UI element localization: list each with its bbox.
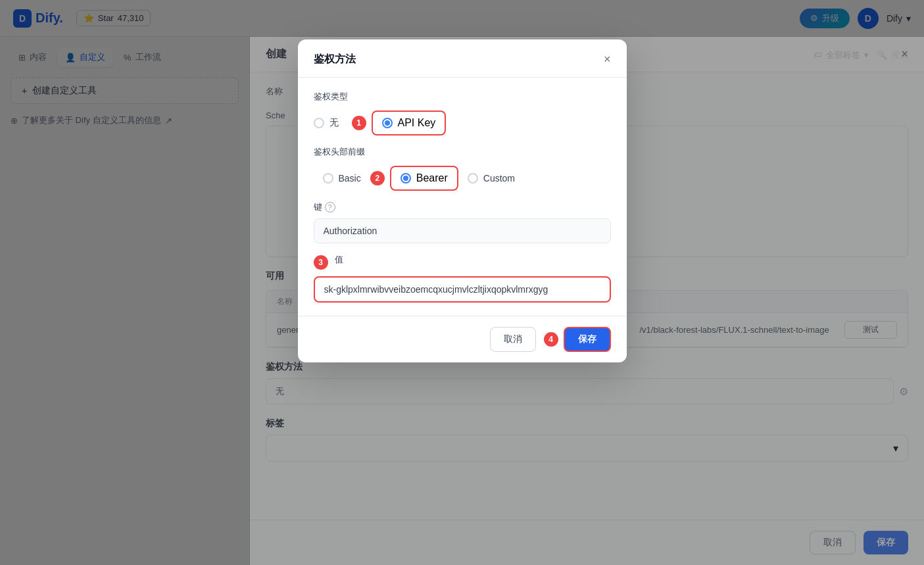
prefix-custom[interactable]: Custom [458,168,524,189]
radio-api-key-inner [385,120,390,126]
radio-basic-circle [323,173,333,184]
key-tooltip-icon: ? [325,202,335,212]
auth-modal-title: 鉴权方法 [314,53,356,66]
value-input[interactable] [314,276,611,303]
auth-save-button[interactable]: 保存 [564,327,611,352]
auth-type-api-key-boxed[interactable]: API Key [372,111,447,135]
header-prefix-label: 鉴权头部前缀 [314,146,611,158]
auth-type-api-key-container: 1 API Key [352,111,447,135]
prefix-basic[interactable]: Basic [314,168,370,189]
auth-modal-close-icon[interactable]: × [604,53,611,66]
auth-type-label: 鉴权类型 [314,91,611,103]
auth-modal-header: 鉴权方法 × [298,39,627,78]
radio-none-label: 无 [329,117,339,129]
step-3-badge: 3 [314,255,328,270]
auth-type-none[interactable]: 无 [314,111,339,135]
radio-basic-label: Basic [339,173,361,184]
radio-custom-circle [468,173,478,184]
radio-api-key-circle [382,118,393,128]
auth-modal-body: 鉴权类型 无 1 API Key [298,78,627,316]
step-1-badge: 1 [352,116,366,130]
key-section: 键 ? [314,201,611,254]
radio-bearer-circle [401,173,411,184]
radio-none-circle [314,118,324,128]
prefix-bearer-container: 2 Bearer [370,166,458,191]
auth-modal-footer: 取消 4 保存 [298,316,627,362]
step-2-badge: 2 [370,171,385,185]
prefix-bearer-boxed[interactable]: Bearer [390,166,458,191]
radio-bearer-label: Bearer [416,172,448,184]
key-label: 键 ? [314,201,611,213]
auth-type-group: 无 1 API Key [314,111,611,135]
radio-api-key-label: API Key [398,117,436,129]
value-section: 3 值 [314,254,611,303]
key-input[interactable] [314,218,611,243]
auth-cancel-button[interactable]: 取消 [490,327,536,352]
auth-modal-overlay: 鉴权方法 × 鉴权类型 无 1 API Key [0,0,924,565]
prefix-options: Basic 2 Bearer Custom [314,166,611,191]
auth-modal: 鉴权方法 × 鉴权类型 无 1 API Key [298,39,627,362]
step-4-badge: 4 [544,332,558,347]
radio-bearer-inner [403,176,408,181]
radio-custom-label: Custom [483,173,515,184]
value-label-row: 3 值 [314,254,611,271]
value-label: 值 [335,254,343,266]
save-container: 4 保存 [544,327,611,352]
